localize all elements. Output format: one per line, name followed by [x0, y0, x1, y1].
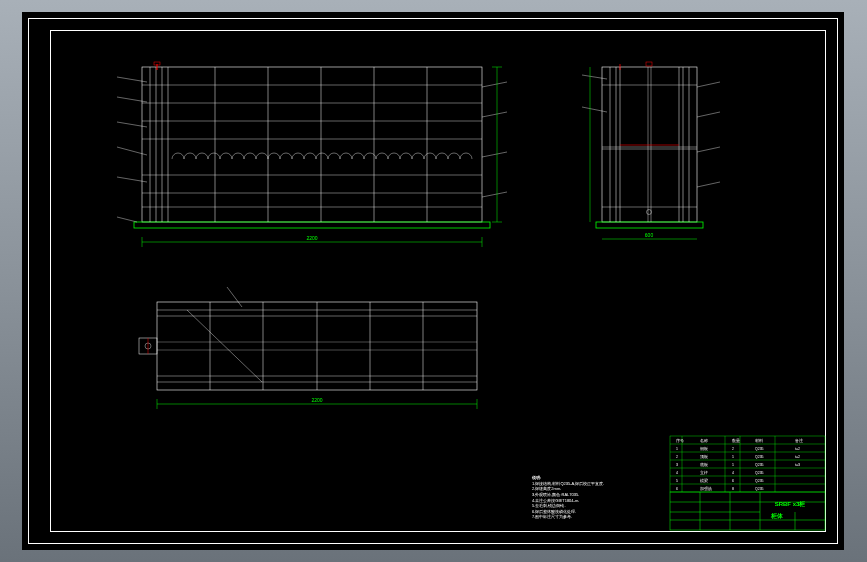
svg-line-22	[117, 122, 147, 127]
svg-line-59	[697, 147, 720, 152]
svg-text:8: 8	[732, 487, 734, 491]
svg-text:600: 600	[645, 232, 654, 238]
svg-text:Q235: Q235	[755, 487, 764, 491]
svg-line-26	[482, 82, 507, 87]
svg-text:数量: 数量	[732, 438, 740, 443]
svg-point-54	[647, 210, 652, 215]
svg-line-56	[582, 107, 607, 112]
drawing-svg: 2200	[22, 12, 844, 550]
svg-text:备注: 备注	[795, 438, 803, 443]
note-line: 7.图中标注尺寸为参考.	[532, 514, 652, 520]
svg-line-76	[187, 310, 262, 382]
svg-text:6: 6	[732, 479, 734, 483]
svg-line-57	[697, 82, 720, 87]
svg-text:序号: 序号	[676, 438, 684, 443]
svg-text:6: 6	[676, 487, 678, 491]
svg-text:4: 4	[732, 471, 734, 475]
cad-drawing-canvas: 2200	[22, 12, 844, 550]
svg-text:顶板: 顶板	[700, 454, 708, 459]
svg-text:t=3: t=3	[795, 463, 800, 467]
svg-text:Q235: Q235	[755, 463, 764, 467]
svg-line-21	[117, 97, 147, 102]
svg-text:加强筋: 加强筋	[700, 486, 712, 491]
svg-line-29	[482, 192, 507, 197]
svg-text:1: 1	[732, 455, 734, 459]
svg-text:Q235: Q235	[755, 479, 764, 483]
svg-rect-38	[596, 222, 703, 228]
svg-text:1: 1	[676, 447, 678, 451]
svg-text:t=2: t=2	[795, 455, 800, 459]
svg-line-25	[117, 217, 137, 222]
svg-text:4: 4	[676, 471, 678, 475]
svg-rect-0	[142, 67, 482, 222]
front-elevation-view: 2200	[117, 62, 507, 247]
svg-text:侧板: 侧板	[700, 446, 708, 451]
svg-rect-1	[134, 222, 490, 228]
svg-line-20	[117, 77, 147, 82]
svg-text:2200: 2200	[306, 235, 317, 241]
svg-text:立柱: 立柱	[700, 470, 708, 475]
svg-text:底板: 底板	[700, 462, 708, 467]
svg-text:2: 2	[732, 447, 734, 451]
svg-text:5: 5	[676, 479, 678, 483]
svg-rect-85	[670, 436, 825, 492]
svg-line-24	[117, 177, 147, 182]
svg-text:3: 3	[676, 463, 678, 467]
svg-rect-96	[670, 492, 825, 530]
svg-text:2: 2	[676, 455, 678, 459]
svg-line-58	[697, 112, 720, 117]
svg-text:t=2: t=2	[795, 447, 800, 451]
svg-line-80	[227, 287, 242, 307]
svg-line-23	[117, 147, 147, 155]
svg-line-55	[582, 75, 607, 79]
technical-notes: 说明: 1.焊接结构,材料Q235-A,焊后校正平直度. 2.焊缝高度2mm. …	[532, 475, 652, 520]
svg-text:SRBF x3柜: SRBF x3柜	[775, 500, 806, 507]
svg-text:柜体: 柜体	[770, 512, 784, 519]
svg-text:1: 1	[732, 463, 734, 467]
svg-text:横梁: 横梁	[700, 478, 708, 483]
svg-text:Q235: Q235	[755, 471, 764, 475]
plan-view: 2200	[139, 287, 477, 409]
svg-line-27	[482, 112, 507, 117]
svg-text:名称: 名称	[700, 438, 708, 443]
svg-text:Q235: Q235	[755, 447, 764, 451]
svg-text:材料: 材料	[754, 438, 763, 443]
side-elevation-view: 600	[582, 62, 720, 239]
title-block: SRBF x3柜 柜体 序号 名称 数量 材料 备注 1 侧板 2 Q235 t…	[670, 436, 825, 530]
svg-text:2200: 2200	[311, 397, 322, 403]
svg-line-28	[482, 152, 507, 157]
svg-text:Q235: Q235	[755, 455, 764, 459]
svg-line-60	[697, 182, 720, 187]
svg-rect-53	[646, 62, 652, 66]
